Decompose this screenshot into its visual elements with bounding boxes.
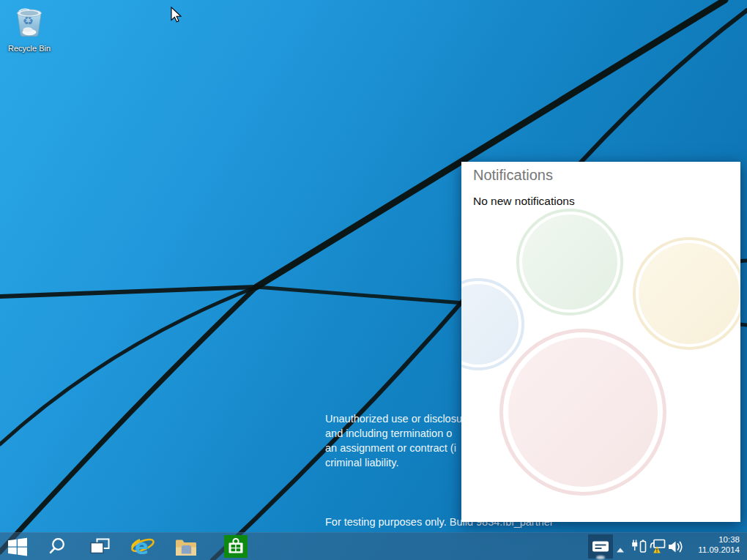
mouse-cursor: [171, 7, 182, 27]
notifications-flyout[interactable]: Notifications No new notifications: [461, 162, 740, 522]
watermark-line: an assignment or contract (i: [325, 441, 462, 455]
chevron-up-icon: [615, 547, 625, 554]
taskbar-clock[interactable]: 10:38 11.09.2014: [681, 535, 740, 555]
magnifier-icon: [48, 537, 67, 556]
taskbar[interactable]: e: [0, 532, 747, 560]
clock-date: 11.09.2014: [681, 545, 740, 556]
store-button[interactable]: [224, 535, 248, 558]
decorative-circle-green: [522, 214, 617, 310]
show-hidden-icons-button[interactable]: [615, 544, 625, 551]
internet-explorer-button[interactable]: e: [130, 534, 155, 559]
touch-keyboard-button[interactable]: [588, 534, 613, 559]
recycle-bin-desktop-icon[interactable]: ♻ Recycle Bin: [3, 4, 56, 53]
ie-icon: e: [130, 534, 155, 559]
recycle-bin-icon: ♻: [12, 4, 46, 40]
clock-time: 10:38: [681, 535, 740, 545]
watermark-line: criminal liability.: [325, 455, 462, 470]
start-button[interactable]: [8, 537, 27, 556]
notifications-empty-message: No new notifications: [473, 195, 575, 208]
network-tray-icon[interactable]: [648, 539, 666, 555]
task-view-button[interactable]: [90, 538, 111, 555]
recycle-bin-label: Recycle Bin: [3, 44, 56, 53]
folder-icon: [175, 538, 197, 557]
search-button[interactable]: [48, 537, 67, 556]
windows-flag-icon: [8, 537, 27, 556]
network-warning-icon: [648, 539, 666, 555]
battery-icon: [631, 540, 647, 554]
watermark-line: and including termination o: [325, 426, 462, 441]
nda-watermark: Unauthorized use or disclosu and includi…: [325, 411, 462, 470]
watermark-line: Unauthorized use or disclosu: [325, 411, 462, 426]
notifications-panel-title: Notifications: [473, 167, 553, 184]
shopping-bag-icon: [224, 535, 248, 558]
keyboard-button-highlight: [596, 556, 605, 559]
svg-text:e: e: [135, 535, 149, 559]
stacked-windows-icon: [90, 538, 111, 555]
decorative-circle-yellow: [639, 243, 740, 344]
battery-tray-icon[interactable]: [631, 540, 647, 554]
decorative-circle-red: [508, 337, 658, 487]
file-explorer-button[interactable]: [175, 538, 197, 557]
arrow-cursor-icon: [171, 7, 182, 24]
